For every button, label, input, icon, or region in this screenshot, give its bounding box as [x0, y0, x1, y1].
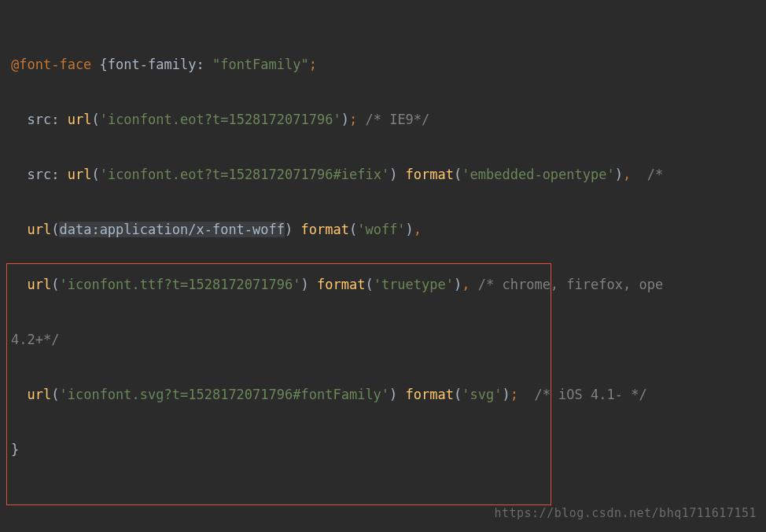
code-line: url('iconfont.ttf?t=1528172071796') form…: [11, 271, 766, 299]
code-line: @font-face {font-family: "fontFamily";: [11, 51, 766, 79]
code-line: url('iconfont.svg?t=1528172071796#fontFa…: [11, 381, 766, 409]
code-line: src: url('iconfont.eot?t=1528172071796#i…: [11, 161, 766, 189]
watermark: https://blog.csdn.net/bhq1711617151: [494, 500, 757, 527]
code-line: url(data:application/x-font-woff) format…: [11, 216, 766, 244]
code-line: }: [11, 436, 766, 464]
code-block: @font-face {font-family: "fontFamily"; s…: [0, 24, 766, 532]
code-line: src: url('iconfont.eot?t=1528172071796')…: [11, 106, 766, 134]
code-line: 4.2+*/: [11, 326, 766, 354]
